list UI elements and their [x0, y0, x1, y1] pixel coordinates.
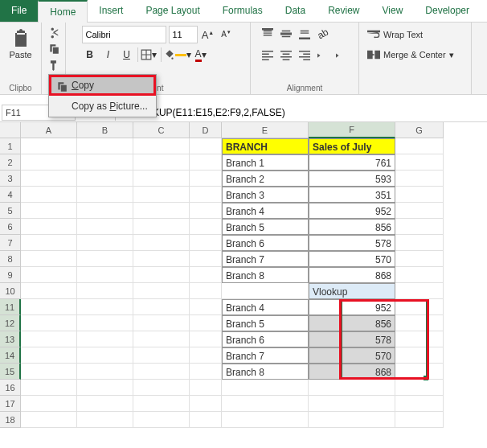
cell-E9[interactable]: Branch 8: [222, 267, 309, 283]
cell-D3[interactable]: [190, 171, 222, 187]
cell-G3[interactable]: [395, 171, 444, 187]
cell-D16[interactable]: [190, 380, 222, 396]
cell-C5[interactable]: [133, 203, 190, 219]
cell-B7[interactable]: [77, 235, 133, 251]
cell-A8[interactable]: [21, 251, 77, 267]
cell-F1[interactable]: Sales of July: [309, 138, 395, 154]
col-header-c[interactable]: C: [133, 122, 190, 138]
cell-F11[interactable]: 952: [309, 299, 395, 315]
cell-F15[interactable]: 868: [309, 364, 395, 380]
cell-G11[interactable]: [395, 299, 444, 315]
row-header[interactable]: 2: [0, 154, 21, 171]
cell-D10[interactable]: [190, 283, 222, 299]
cell-E15[interactable]: Branch 8: [222, 364, 309, 380]
tab-home[interactable]: Home: [38, 0, 88, 23]
cell-A5[interactable]: [21, 203, 77, 219]
cell-B11[interactable]: [77, 299, 133, 315]
font-name-select[interactable]: [82, 26, 166, 43]
select-all-corner[interactable]: [0, 122, 21, 138]
increase-indent-button[interactable]: [334, 47, 350, 64]
cell-G1[interactable]: [395, 138, 444, 154]
cell-F6[interactable]: 856: [309, 219, 395, 235]
cell-G12[interactable]: [395, 315, 444, 331]
cell-C10[interactable]: [133, 283, 190, 299]
cell-B9[interactable]: [77, 267, 133, 283]
row-header[interactable]: 12: [0, 315, 21, 331]
row-header[interactable]: 1: [0, 138, 21, 154]
cell-A14[interactable]: [21, 347, 77, 364]
align-middle-button[interactable]: [278, 26, 294, 42]
increase-font-button[interactable]: A▲: [200, 27, 216, 43]
paste-button[interactable]: Paste: [5, 26, 37, 82]
format-painter-button[interactable]: [46, 58, 62, 72]
cell-F14[interactable]: 570: [309, 347, 395, 364]
cell-A4[interactable]: [21, 187, 77, 203]
row-header[interactable]: 6: [0, 219, 21, 235]
tab-file[interactable]: File: [0, 0, 38, 22]
cell-D2[interactable]: [190, 154, 222, 171]
cell-G13[interactable]: [395, 331, 444, 347]
row-header[interactable]: 8: [0, 251, 21, 267]
col-header-b[interactable]: B: [77, 122, 133, 138]
row-header[interactable]: 9: [0, 267, 21, 283]
cell-C9[interactable]: [133, 267, 190, 283]
align-bottom-button[interactable]: [297, 26, 313, 42]
cell-C14[interactable]: [133, 347, 190, 364]
cell-F10[interactable]: Vlookup: [309, 283, 395, 299]
col-header-a[interactable]: A: [21, 122, 77, 138]
cell-D11[interactable]: [190, 299, 222, 315]
cell-F2[interactable]: 761: [309, 154, 395, 171]
cell-A1[interactable]: [21, 138, 77, 154]
row-header[interactable]: 10: [0, 283, 21, 299]
cell-B17[interactable]: [77, 396, 133, 412]
cell-B8[interactable]: [77, 251, 133, 267]
copy-button[interactable]: [46, 42, 62, 56]
cell-F4[interactable]: 351: [309, 187, 395, 203]
tab-page-layout[interactable]: Page Layout: [134, 0, 211, 22]
cell-C15[interactable]: [133, 364, 190, 380]
cell-B12[interactable]: [77, 315, 133, 331]
cell-D17[interactable]: [190, 396, 222, 412]
cell-D7[interactable]: [190, 235, 222, 251]
cell-E8[interactable]: Branch 7: [222, 251, 309, 267]
cell-G14[interactable]: [395, 347, 444, 364]
tab-insert[interactable]: Insert: [88, 0, 134, 22]
align-top-button[interactable]: [260, 26, 276, 42]
cell-F3[interactable]: 593: [309, 171, 395, 187]
col-header-d[interactable]: D: [190, 122, 222, 138]
cell-D15[interactable]: [190, 364, 222, 380]
cell-E7[interactable]: Branch 6: [222, 235, 309, 251]
cell-G9[interactable]: [395, 267, 444, 283]
tab-data[interactable]: Data: [274, 0, 317, 22]
row-header[interactable]: 14: [0, 347, 21, 364]
cell-C1[interactable]: [133, 138, 190, 154]
cell-D9[interactable]: [190, 267, 222, 283]
cell-F16[interactable]: [309, 380, 395, 396]
cell-C3[interactable]: [133, 171, 190, 187]
row-header[interactable]: 16: [0, 380, 21, 396]
wrap-text-button[interactable]: Wrap Text: [364, 26, 466, 43]
row-header[interactable]: 13: [0, 331, 21, 347]
cell-D6[interactable]: [190, 219, 222, 235]
align-left-button[interactable]: [260, 47, 276, 64]
cell-C16[interactable]: [133, 380, 190, 396]
cell-C13[interactable]: [133, 331, 190, 347]
cell-E10[interactable]: [222, 283, 309, 299]
decrease-font-button[interactable]: A▼: [219, 27, 235, 43]
cell-G8[interactable]: [395, 251, 444, 267]
cell-C18[interactable]: [133, 412, 190, 428]
cell-F18[interactable]: [309, 412, 395, 428]
cell-C4[interactable]: [133, 187, 190, 203]
cell-A9[interactable]: [21, 267, 77, 283]
cell-G16[interactable]: [395, 380, 444, 396]
cell-B3[interactable]: [77, 171, 133, 187]
cell-D14[interactable]: [190, 347, 222, 364]
cell-C12[interactable]: [133, 315, 190, 331]
cell-B4[interactable]: [77, 187, 133, 203]
cell-A11[interactable]: [21, 299, 77, 315]
cell-A17[interactable]: [21, 396, 77, 412]
cell-E16[interactable]: [222, 380, 309, 396]
cell-A7[interactable]: [21, 235, 77, 251]
cell-B13[interactable]: [77, 331, 133, 347]
cell-D5[interactable]: [190, 203, 222, 219]
